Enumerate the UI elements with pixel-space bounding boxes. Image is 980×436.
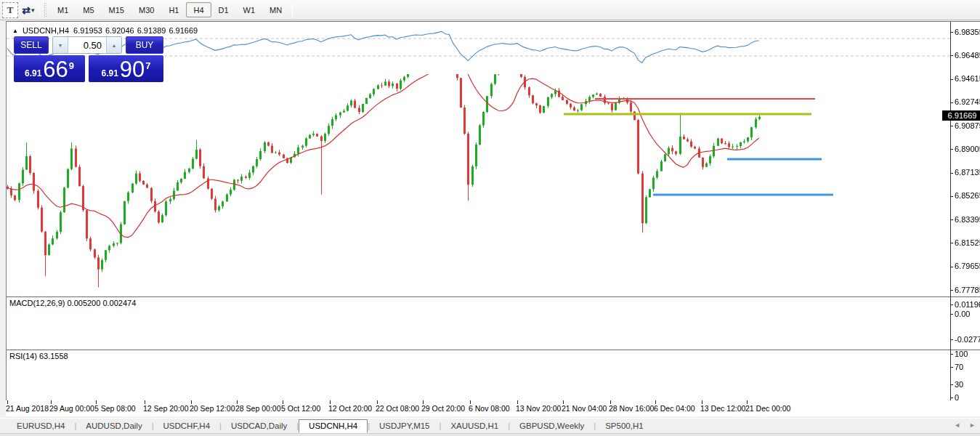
price-tick-label: 6.96485 [955,51,980,60]
timeframe-button-M5[interactable]: M5 [76,2,101,17]
time-tick-mark [655,400,656,404]
volume-down-icon: ▼ [58,43,63,48]
time-tick-mark [747,400,748,404]
buy-price-prefix: 6.91 [101,68,118,78]
price-tick-mark [950,126,953,126]
time-tick-label: 22 Oct 08:00 [376,404,419,413]
price-tick-mark [950,267,953,267]
price-tick-mark [950,290,953,291]
panel-separator[interactable] [7,296,980,297]
arrange-tool-button[interactable]: ⇄ ▾ [20,2,36,18]
status-strip [0,433,980,436]
tab-usdjpy-m15[interactable]: USDJPY,M15 [370,419,439,433]
time-tick-label: 21 Aug 2018 [6,404,49,413]
tab-scroll-right-icon[interactable]: ► [969,421,976,429]
time-tick-mark [470,400,471,404]
timeframe-button-H1[interactable]: H1 [161,2,186,17]
tab-usdcad-daily[interactable]: USDCAD,Daily [222,419,296,433]
price-tick-label: 6.94615 [955,74,980,83]
tab-usdchf-h4[interactable]: USDCHF,H4 [154,419,220,433]
price-tick-label: 6.98355 [955,28,980,36]
price-tick-mark [950,196,953,197]
toolbar-separator [39,2,40,18]
time-tick-mark [191,400,192,404]
sell-quote-button[interactable]: 6.91 66 9 [14,55,85,82]
price-tick-label: 6.90875 [955,121,980,130]
volume-up-button[interactable]: ▲ [106,37,121,53]
volume-input[interactable] [68,37,106,53]
toolbar-grip-handle[interactable] [44,3,47,17]
buy-button[interactable]: BUY [126,36,163,54]
timeframe-button-M30[interactable]: M30 [131,2,161,17]
tab-eurusd-h4[interactable]: EURUSD,H4 [7,419,74,433]
volume-down-button[interactable]: ▼ [53,37,68,53]
time-axis[interactable]: 21 Aug 201829 Aug 00:005 Sep 08:0012 Sep… [6,400,980,416]
price-tick-mark [950,219,953,220]
macd-tick-mark [950,314,953,315]
collapse-chart-icon[interactable]: ▲ [12,28,18,34]
timeframe-button-D1[interactable]: D1 [211,2,236,17]
buy-quote-button[interactable]: 6.91 90 7 [89,55,163,82]
chevron-down-icon: ▾ [31,7,35,14]
top-toolbar: T ⇄ ▾ M1M5M15M30H1H4D1W1MN [0,0,980,20]
time-tick-mark [563,400,564,404]
tab-strip: EURUSD,H4|AUDUSD,Daily|USDCHF,H4|USDCAD,… [7,419,653,433]
price-tick-label: 6.79655 [955,262,980,270]
time-tick-mark [145,400,145,404]
price-tick-mark [950,149,953,150]
time-tick-mark [610,400,611,404]
macd-tick-mark [950,339,953,340]
time-tick-label: 12 Oct 20:00 [328,404,372,413]
time-tick-label: 5 Sep 08:00 [94,404,136,413]
chart-window: ▲ USDCNH,H4 6.91953 6.92046 6.91389 6.91… [6,21,980,416]
time-tick-mark [377,400,378,404]
time-tick-mark [51,400,52,404]
rsi-tick-mark [950,397,953,398]
time-tick-label: 29 Aug 00:00 [49,404,94,413]
price-tick-mark [950,173,953,174]
tab-audusd-daily[interactable]: AUDUSD,Daily [76,419,151,433]
time-tick-mark [7,400,8,404]
timeframe-button-MN[interactable]: MN [262,2,289,17]
sell-button[interactable]: SELL [14,36,49,54]
timeframe-button-H4[interactable]: H4 [186,2,211,17]
rsi-tick-label: 100 [955,350,968,358]
rsi-tick-label: 70 [955,363,963,371]
price-tick-label: 6.83395 [955,215,980,224]
sell-price-sup: 9 [69,60,74,71]
text-tool-icon[interactable]: T [2,2,18,18]
time-tick-label: 21 Dec 00:00 [745,404,790,413]
time-tick-label: 20 Sep 12:00 [190,404,235,413]
price-tick-label: 6.77785 [955,286,980,294]
chart-header: ▲ USDCNH,H4 6.91953 6.92046 6.91389 6.91… [12,26,198,35]
panel-separator[interactable] [7,350,980,350]
macd-tick-label: 0.011968 [955,300,980,309]
buy-price-sup: 7 [145,60,150,71]
time-tick-label: 21 Nov 04:00 [562,404,607,413]
timeframe-bar: M1M5M15M30H1H4D1W1MN [50,2,289,17]
macd-tick-mark [950,304,953,305]
timeframe-button-M1[interactable]: M1 [50,2,76,17]
time-tick-label: 13 Dec 12:00 [700,404,745,413]
time-tick-mark [283,400,283,404]
timeframe-button-W1[interactable]: W1 [236,2,263,17]
rsi-tick-mark [950,384,953,385]
price-tick-mark [950,32,953,33]
price-tick-label: 6.92745 [955,97,980,106]
toolbar-separator [292,2,293,18]
tab-sp500-h1[interactable]: SP500,H1 [596,419,652,433]
tab-xauusd-h1[interactable]: XAUUSD,H1 [441,419,508,433]
chart-symbol-label: USDCNH,H4 [23,26,69,35]
time-tick-label: 29 Oct 20:00 [421,404,465,413]
rsi-tick-mark [950,354,953,355]
tab-usdcnh-h4[interactable]: USDCNH,H4 [299,419,368,433]
time-tick-label: 13 Nov 20:00 [516,404,561,413]
timeframe-button-M15[interactable]: M15 [102,2,131,17]
time-tick-mark [96,400,97,404]
tab-gbpusd-weekly[interactable]: GBPUSD,Weekly [510,419,594,433]
time-tick-mark [517,400,518,404]
macd-tick-label: 0.00 [955,310,970,318]
buy-price-big: 90 [120,59,145,81]
price-tick-label: 6.85265 [955,191,980,200]
tab-scroll-left-icon[interactable]: ◄ [954,421,960,429]
